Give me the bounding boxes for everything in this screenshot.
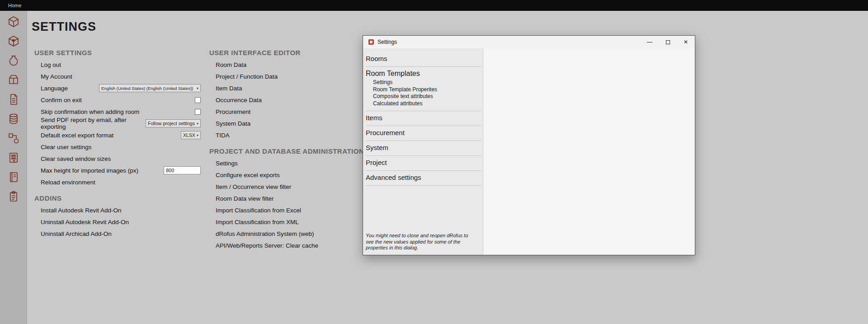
clear-user-settings-label: Clear user settings	[41, 144, 92, 150]
admin-settings-link[interactable]: Settings	[209, 157, 373, 169]
uninstall-revit-addon-label: Uninstall Autodesk Revit Add-On	[41, 219, 129, 225]
clear-user-settings-link[interactable]: Clear user settings	[34, 141, 201, 153]
install-revit-addon-link[interactable]: Install Autodesk Revit Add-On	[34, 204, 201, 216]
item-data-label: Item Data	[216, 85, 242, 92]
settings-dialog: Settings — ✕ Rooms Room Templates Setti	[363, 35, 695, 255]
dialog-nav-item-advanced-settings[interactable]: Advanced settings	[366, 173, 481, 182]
max-image-height-row: Max height for imported images (px)	[34, 164, 201, 176]
max-image-height-label: Max height for imported images (px)	[41, 167, 138, 174]
maximize-icon	[666, 40, 670, 44]
reload-environment-link[interactable]: Reload environment	[34, 176, 201, 188]
item-occurrence-view-filter-label: Item / Occurrence view filter	[216, 183, 291, 190]
uninstall-revit-addon-link[interactable]: Uninstall Autodesk Revit Add-On	[34, 216, 201, 228]
dialog-nav-subitem-composite-text-attributes[interactable]: Composite text attributes	[373, 93, 481, 100]
drofus-logo-icon[interactable]	[6, 14, 21, 29]
occurrence-data-link[interactable]: Occurrence Data	[209, 94, 373, 106]
tida-link[interactable]: TIDA	[209, 129, 373, 141]
procurement-link[interactable]: Procurement	[209, 106, 373, 117]
confirm-on-exit-checkbox[interactable]	[195, 97, 201, 103]
item-data-link[interactable]: Item Data	[209, 82, 373, 94]
close-button[interactable]: ✕	[677, 36, 695, 48]
configure-excel-exports-link[interactable]: Configure excel exports	[209, 169, 373, 181]
log-out-label: Log out	[41, 61, 61, 68]
project-function-data-label: Project / Function Data	[216, 73, 278, 80]
confirm-on-exit-row: Confirm on exit	[34, 94, 201, 106]
minimize-icon: —	[647, 39, 652, 45]
max-image-height-input[interactable]	[164, 166, 201, 174]
model-cube-icon[interactable]	[6, 34, 21, 48]
language-dropdown[interactable]: English (United States) (English (United…	[99, 84, 201, 92]
building-grid-icon[interactable]	[6, 150, 21, 165]
dialog-nav-item-rooms[interactable]: Rooms	[366, 54, 481, 63]
dialog-title: Settings	[377, 39, 397, 45]
project-function-data-link[interactable]: Project / Function Data	[209, 70, 373, 82]
skip-confirmation-checkbox[interactable]	[195, 109, 201, 115]
database-icon[interactable]	[6, 112, 21, 126]
log-out-link[interactable]: Log out	[34, 59, 201, 70]
workflow-icon[interactable]	[6, 131, 21, 146]
excel-format-dropdown[interactable]: XLSX ▾	[181, 131, 201, 139]
excel-format-value: XLSX	[183, 132, 195, 138]
reload-environment-label: Reload environment	[41, 179, 95, 186]
chevron-down-icon: ▾	[197, 122, 198, 126]
send-pdf-row: Send PDF report by email, after exportin…	[34, 117, 201, 129]
excel-format-row: Default excel export format XLSX ▾	[34, 129, 201, 141]
dialog-nav-item-procurement[interactable]: Procurement	[366, 128, 481, 137]
import-classification-excel-link[interactable]: Import Classification from Excel	[209, 204, 373, 216]
item-occurrence-view-filter-link[interactable]: Item / Occurrence view filter	[209, 181, 373, 193]
top-menu-bar: Home	[0, 0, 868, 11]
ui-editor-heading: USER INTERFACE EDITOR	[209, 49, 373, 59]
configure-excel-exports-label: Configure excel exports	[216, 172, 280, 178]
occurrence-data-label: Occurrence Data	[216, 97, 262, 103]
dialog-nav-item-project[interactable]: Project	[366, 158, 481, 167]
dialog-nav-item-room-templates[interactable]: Room Templates	[366, 69, 481, 78]
chevron-down-icon: ▾	[197, 133, 198, 137]
clear-window-sizes-link[interactable]: Clear saved window sizes	[34, 153, 201, 164]
document-icon[interactable]	[6, 92, 21, 107]
drofus-admin-system-label: dRofus Administration System (web)	[216, 230, 314, 237]
settings-column-left: USER SETTINGS Log out My Account Languag…	[34, 49, 201, 239]
home-tab[interactable]: Home	[8, 3, 21, 8]
icon-sidebar	[0, 11, 27, 324]
drofus-admin-system-link[interactable]: dRofus Administration System (web)	[209, 228, 373, 239]
excel-format-label: Default excel export format	[41, 132, 113, 139]
app-window: Home SETTIN	[0, 0, 868, 324]
dialog-nav-item-items[interactable]: Items	[366, 113, 481, 122]
import-classification-xml-link[interactable]: Import Classification from XML	[209, 216, 373, 228]
send-pdf-label: Send PDF report by email, after exportin…	[41, 117, 146, 130]
dialog-nav-subitem-calculated-attributes[interactable]: Calculated attributes	[373, 100, 481, 108]
system-data-label: System Data	[216, 120, 250, 127]
confirm-on-exit-label: Confirm on exit	[41, 97, 82, 103]
system-data-link[interactable]: System Data	[209, 117, 373, 129]
settings-column-right: USER INTERFACE EDITOR Room Data Project …	[209, 49, 373, 251]
room-data-view-filter-link[interactable]: Room Data view filter	[209, 193, 373, 204]
uninstall-archicad-addon-link[interactable]: Uninstall Archicad Add-On	[34, 228, 201, 239]
dialog-body: Rooms Room Templates Settings Room Templ…	[363, 48, 695, 255]
clear-cache-label: API/Web/Reports Server: Clear cache	[216, 242, 318, 249]
book-icon[interactable]	[6, 170, 21, 184]
minimize-button[interactable]: —	[641, 36, 659, 48]
skip-confirmation-label: Skip confirmation when adding room	[41, 108, 139, 115]
drofus-app-icon	[368, 39, 374, 45]
my-account-link[interactable]: My Account	[34, 70, 201, 82]
dialog-nav-group-room-templates: Room Templates Settings Room Template Pr…	[366, 67, 481, 111]
send-pdf-dropdown[interactable]: Follow project settings ▾	[146, 119, 201, 127]
dialog-nav-subitem-room-template-properties[interactable]: Room Template Properites	[373, 86, 481, 94]
dialog-nav-subitem-settings[interactable]: Settings	[373, 79, 481, 86]
dialog-titlebar[interactable]: Settings — ✕	[363, 36, 695, 48]
room-templates-subitems: Settings Room Template Properites Compos…	[366, 79, 481, 107]
room-data-view-filter-label: Room Data view filter	[216, 195, 274, 202]
dialog-nav-group-rooms: Rooms	[366, 52, 481, 67]
dialog-nav-item-system[interactable]: System	[366, 143, 481, 152]
report-icon[interactable]	[6, 189, 21, 204]
flask-icon[interactable]	[6, 53, 21, 68]
room-data-link[interactable]: Room Data	[209, 59, 373, 70]
dialog-nav-group-items: Items	[366, 111, 481, 126]
package-icon[interactable]	[6, 73, 21, 87]
maximize-button[interactable]	[659, 36, 677, 48]
clear-cache-link[interactable]: API/Web/Reports Server: Clear cache	[209, 239, 373, 251]
project-admin-heading: PROJECT AND DATABASE ADMINISTRATION	[209, 147, 373, 157]
procurement-label: Procurement	[216, 108, 250, 115]
dialog-nav: Rooms Room Templates Settings Room Templ…	[363, 48, 483, 255]
clear-window-sizes-label: Clear saved window sizes	[41, 155, 111, 162]
